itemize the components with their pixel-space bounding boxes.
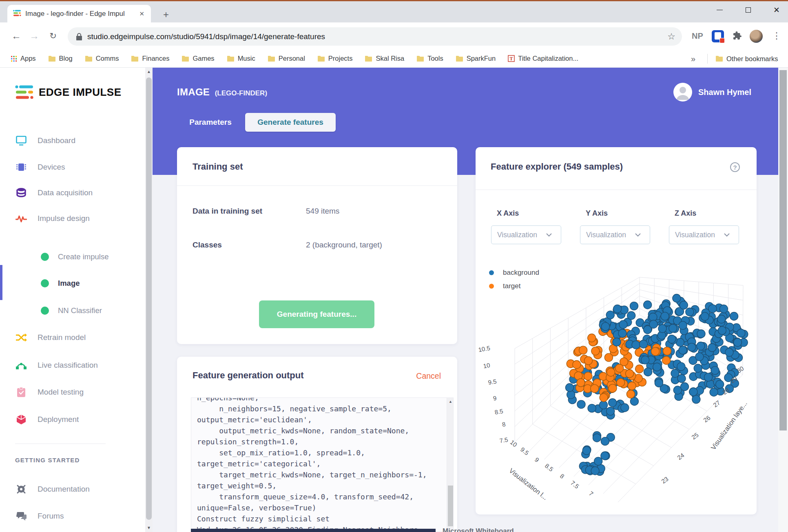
- window-maximize-button[interactable]: [737, 1, 759, 18]
- scatter-point-background[interactable]: [661, 312, 669, 320]
- scatter-point-target[interactable]: [591, 347, 600, 355]
- scatter-point-target[interactable]: [584, 372, 592, 380]
- back-button[interactable]: ←: [7, 27, 25, 45]
- scatter-point-background[interactable]: [677, 375, 686, 383]
- scatter-point-background[interactable]: [601, 452, 609, 460]
- scroll-down-icon[interactable]: ▼: [145, 525, 153, 530]
- scatter-point-background[interactable]: [606, 407, 615, 415]
- scatter-point-background[interactable]: [725, 348, 733, 356]
- scatter-point-target[interactable]: [579, 346, 587, 354]
- tab-parameters[interactable]: Parameters: [184, 113, 237, 132]
- scatter-point-background[interactable]: [701, 312, 709, 320]
- scatter-point-target[interactable]: [607, 368, 615, 376]
- bookmark-item[interactable]: TTitle Capitalization...: [508, 55, 578, 62]
- scatter-point-target[interactable]: [604, 353, 613, 362]
- scatter-point-background[interactable]: [594, 457, 602, 465]
- window-close-button[interactable]: ✕: [765, 1, 788, 18]
- scatter-point-background[interactable]: [582, 446, 591, 455]
- console-scrollbar-thumb[interactable]: [448, 486, 453, 526]
- other-bookmarks-button[interactable]: Other bookmarks: [715, 50, 778, 68]
- extensions-puzzle-icon[interactable]: [728, 27, 746, 45]
- browser-profile-avatar[interactable]: [750, 30, 763, 43]
- bookmark-item[interactable]: Comms: [85, 55, 119, 62]
- scatter-point-background[interactable]: [630, 302, 638, 310]
- new-tab-button[interactable]: +: [160, 9, 172, 21]
- page-scrollbar-thumb[interactable]: [779, 70, 787, 430]
- scatter-point-background[interactable]: [621, 404, 629, 412]
- y-axis-select[interactable]: Visualization: [580, 225, 650, 244]
- scatter-point-target[interactable]: [651, 347, 660, 355]
- scatter-point-background[interactable]: [640, 340, 648, 348]
- scatter-point-background[interactable]: [717, 315, 726, 323]
- address-bar[interactable]: studio.edgeimpulse.com/studio/5941/dsp/i…: [68, 27, 682, 46]
- scatter-point-background[interactable]: [600, 401, 608, 409]
- tab-generate-features[interactable]: Generate features: [245, 113, 336, 132]
- scatter-point-background[interactable]: [719, 305, 728, 313]
- scatter-point-background[interactable]: [679, 321, 687, 329]
- bookmark-star-icon[interactable]: ☆: [667, 31, 675, 42]
- scatter-point-background[interactable]: [734, 338, 742, 347]
- tab-close-icon[interactable]: ✕: [137, 9, 146, 18]
- sidebar-item-devices[interactable]: Devices: [0, 157, 145, 177]
- cancel-button[interactable]: Cancel: [416, 371, 441, 381]
- scatter-point-background[interactable]: [669, 324, 677, 332]
- scatter-point-background[interactable]: [668, 335, 676, 343]
- scatter-point-background[interactable]: [588, 404, 596, 412]
- bookmark-item[interactable]: Music: [227, 55, 255, 62]
- scatter-point-background[interactable]: [730, 312, 738, 320]
- scatter-point-background[interactable]: [644, 301, 652, 309]
- scatter-point-target[interactable]: [600, 393, 608, 402]
- scroll-up-icon[interactable]: ▲: [145, 69, 153, 74]
- scatter-point-background[interactable]: [655, 379, 663, 387]
- scatter-point-target[interactable]: [615, 364, 624, 372]
- scatter-point-background[interactable]: [577, 400, 585, 408]
- scatter-point-target[interactable]: [626, 390, 635, 398]
- scatter-point-background[interactable]: [697, 342, 705, 350]
- scatter-point-background[interactable]: [695, 353, 704, 361]
- scatter-point-background[interactable]: [591, 467, 599, 475]
- scatter-point-background[interactable]: [632, 341, 640, 349]
- scatter-point-target[interactable]: [584, 357, 593, 365]
- bookmark-item[interactable]: Personal: [268, 55, 305, 62]
- scatter-point-target[interactable]: [577, 379, 585, 387]
- sidebar-item-documentation[interactable]: Documentation: [0, 479, 145, 499]
- scatter-point-target[interactable]: [628, 382, 636, 390]
- scatter-point-background[interactable]: [602, 322, 610, 331]
- scatter-point-target[interactable]: [591, 384, 599, 393]
- scatter-point-background[interactable]: [681, 383, 689, 391]
- browser-tab[interactable]: Image - lego-finder - Edge Impul ✕: [7, 5, 151, 22]
- scatter-point-target[interactable]: [617, 379, 625, 387]
- scatter-point-background[interactable]: [673, 294, 681, 302]
- scatter-point-target[interactable]: [635, 365, 644, 373]
- window-minimize-button[interactable]: [708, 1, 731, 18]
- scatter-point-background[interactable]: [593, 434, 601, 442]
- scatter-point-background[interactable]: [649, 320, 657, 328]
- bookmark-item[interactable]: Blog: [48, 55, 73, 62]
- scatter-point-background[interactable]: [606, 311, 614, 319]
- scatter-point-background[interactable]: [677, 362, 685, 371]
- sidebar-item-live-classification[interactable]: Live classification: [0, 355, 145, 375]
- scatter-point-target[interactable]: [588, 334, 596, 342]
- x-axis-select[interactable]: Visualization: [491, 225, 561, 244]
- scatter-point-background[interactable]: [566, 384, 574, 392]
- generating-features-button[interactable]: Generating features...: [259, 300, 374, 328]
- z-axis-select[interactable]: Visualization: [669, 225, 739, 244]
- scatter-point-background[interactable]: [718, 327, 726, 335]
- scatter-point-background[interactable]: [697, 330, 705, 338]
- scatter-point-target[interactable]: [662, 356, 671, 364]
- scatter-point-background[interactable]: [711, 366, 719, 375]
- scatter-point-background[interactable]: [679, 346, 687, 354]
- scatter-point-background[interactable]: [613, 305, 622, 313]
- edge-impulse-logo[interactable]: EDGE IMPULSE: [15, 84, 121, 100]
- bookmark-item[interactable]: Apps: [11, 55, 36, 62]
- user-avatar[interactable]: [673, 83, 692, 102]
- url-text[interactable]: studio.edgeimpulse.com/studio/5941/dsp/i…: [87, 32, 667, 41]
- scatter-point-background[interactable]: [704, 373, 713, 381]
- bookmark-item[interactable]: Tools: [416, 55, 443, 62]
- browser-menu-icon[interactable]: ⋮: [768, 27, 786, 45]
- sidebar-item-nn-classifier[interactable]: NN Classifier: [0, 301, 145, 320]
- scatter-point-target[interactable]: [626, 370, 634, 378]
- scatter-point-target[interactable]: [609, 384, 617, 392]
- sidebar-item-data-acquisition[interactable]: Data acquisition: [0, 183, 145, 203]
- bookmark-item[interactable]: Games: [182, 55, 214, 62]
